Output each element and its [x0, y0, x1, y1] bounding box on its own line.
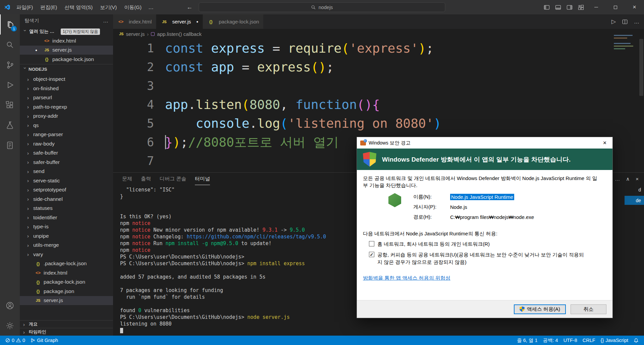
- minimap[interactable]: [614, 35, 635, 54]
- tree-folder[interactable]: safer-buffer: [20, 158, 113, 167]
- testing-icon[interactable]: [0, 115, 20, 135]
- split-editor-icon[interactable]: [622, 19, 628, 25]
- open-editors-header[interactable]: 열려 있는 편... 1(가) 저장되지 않음: [20, 27, 113, 36]
- tree-folder[interactable]: on-finished: [20, 84, 113, 93]
- search-view-icon[interactable]: [0, 35, 20, 55]
- panel-maximize-icon[interactable]: ∧: [626, 176, 630, 182]
- open-editor-item[interactable]: ● index.html: [20, 36, 113, 46]
- menu-item[interactable]: 편집(E): [37, 0, 61, 14]
- panel-more-icon[interactable]: …: [615, 176, 620, 182]
- tree-file[interactable]: .package-lock.json: [20, 259, 113, 269]
- tree-folder[interactable]: vary: [20, 250, 113, 259]
- sidebar-section[interactable]: 개요: [20, 320, 113, 328]
- firewall-risk-link[interactable]: 방화벽을 통한 앱 액세스 허용의 위험성: [363, 275, 450, 281]
- editor-tab[interactable]: server.js ●: [156, 14, 203, 29]
- command-center-search[interactable]: nodejs: [199, 2, 445, 12]
- checkbox[interactable]: [369, 252, 374, 257]
- tree-folder[interactable]: range-parser: [20, 130, 113, 139]
- code-line[interactable]: 5 console.log('listening on 8080'): [113, 114, 644, 133]
- encoding[interactable]: UTF-8: [561, 338, 580, 343]
- code-line[interactable]: 3: [113, 76, 644, 95]
- code-line[interactable]: 4app.listen(8080, function(){: [113, 95, 644, 114]
- tree-folder[interactable]: statuses: [20, 204, 113, 213]
- project-section-header[interactable]: NODEJS: [20, 64, 113, 73]
- open-editor-item[interactable]: ● server.js: [20, 46, 113, 55]
- menu-item[interactable]: 이동(G): [120, 0, 145, 14]
- menu-item[interactable]: 파일(F): [13, 0, 37, 14]
- explorer-icon[interactable]: 1: [0, 14, 20, 35]
- tree-folder[interactable]: setprototypeof: [20, 185, 113, 195]
- cursor-position[interactable]: 줄 6, 열 1: [514, 337, 540, 344]
- tree-folder[interactable]: side-channel: [20, 194, 113, 204]
- tree-file[interactable]: package-lock.json: [20, 278, 113, 287]
- panel-tab[interactable]: 출력: [141, 173, 151, 185]
- tree-folder[interactable]: path-to-regexp: [20, 102, 113, 112]
- tree-file[interactable]: index.html: [20, 268, 113, 278]
- tree-folder[interactable]: safe-buffer: [20, 149, 113, 158]
- menubar-more-icon[interactable]: …: [145, 4, 157, 10]
- sidebar-more-icon[interactable]: …: [103, 18, 108, 24]
- cancel-button[interactable]: 취소: [571, 304, 606, 314]
- panel-tab[interactable]: 디버그 콘솔: [160, 173, 186, 185]
- breadcrumb-file[interactable]: server.js: [126, 31, 145, 37]
- source-control-icon[interactable]: [0, 55, 20, 75]
- language-mode[interactable]: {} JavaScript: [598, 338, 631, 343]
- window-close-button[interactable]: ×: [625, 0, 644, 14]
- run-debug-icon[interactable]: [0, 75, 20, 95]
- settings-gear-icon[interactable]: [0, 315, 20, 336]
- notebook-icon[interactable]: [0, 135, 20, 155]
- menu-item[interactable]: 선택 영역(S): [61, 0, 96, 14]
- network-checkbox-row[interactable]: 공항, 커피숍 등의 공용 네트워크(U)(공용 네트워크는 보안 수준이 낮거…: [369, 251, 606, 266]
- editor-scrollbar[interactable]: [639, 39, 643, 96]
- code-line[interactable]: 2const app = express();: [113, 58, 644, 76]
- panel-tab[interactable]: 터미널: [195, 173, 210, 185]
- tree-folder[interactable]: qs: [20, 121, 113, 130]
- editor-tab[interactable]: package-lock.json ●: [203, 14, 264, 29]
- terminal-list-item[interactable]: d: [625, 185, 644, 194]
- panel-tab[interactable]: 문제: [122, 173, 132, 185]
- allow-access-button[interactable]: 액세스 허용(A): [514, 304, 566, 314]
- customize-layout-icon[interactable]: [578, 4, 584, 11]
- layout-panel-icon[interactable]: [555, 4, 561, 11]
- terminal-list-item[interactable]: de: [625, 196, 644, 205]
- git-graph-status[interactable]: Git Graph: [28, 336, 61, 345]
- sidebar-section[interactable]: 타임라인: [20, 328, 113, 336]
- tree-folder[interactable]: proxy-addr: [20, 112, 113, 121]
- symbol-icon: [151, 32, 155, 36]
- editor-tab[interactable]: index.html ●: [113, 14, 156, 29]
- breadcrumb-symbol[interactable]: app.listen() callback: [157, 31, 202, 37]
- layout-secondary-sidebar-icon[interactable]: [566, 4, 573, 11]
- extensions-icon[interactable]: [0, 95, 20, 115]
- network-checkbox-row[interactable]: 홈 네트워크, 회사 네트워크 등의 개인 네트워크(R): [369, 240, 606, 248]
- tree-folder[interactable]: raw-body: [20, 139, 113, 149]
- tree-file[interactable]: server.js: [20, 296, 113, 305]
- code-line[interactable]: 1const express = require('express');: [113, 39, 644, 58]
- layout-sidebar-icon[interactable]: [543, 4, 550, 11]
- maximize-button[interactable]: [606, 0, 625, 14]
- problems-status[interactable]: 0 0: [3, 336, 28, 345]
- run-code-icon[interactable]: ▷: [611, 18, 616, 25]
- tree-folder[interactable]: send: [20, 167, 113, 176]
- tree-folder[interactable]: parseurl: [20, 93, 113, 103]
- tree-folder[interactable]: toidentifier: [20, 213, 113, 222]
- indentation[interactable]: 공백: 4: [540, 337, 561, 344]
- tree-folder[interactable]: type-is: [20, 222, 113, 232]
- back-icon[interactable]: ←: [186, 4, 193, 11]
- panel-close-icon[interactable]: ×: [636, 176, 639, 182]
- breadcrumb[interactable]: JS server.js › app.listen() callback: [113, 29, 644, 39]
- network-checkboxes: 홈 네트워크, 회사 네트워크 등의 개인 네트워크(R) 공항, 커피숍 등의…: [363, 240, 606, 266]
- tree-file[interactable]: package.json: [20, 287, 113, 296]
- tree-folder[interactable]: object-inspect: [20, 75, 113, 84]
- eol-sequence[interactable]: CRLF: [580, 338, 598, 343]
- tree-folder[interactable]: unpipe: [20, 231, 113, 241]
- dialog-close-button[interactable]: ×: [597, 137, 612, 149]
- tree-folder[interactable]: utils-merge: [20, 241, 113, 250]
- checkbox[interactable]: [369, 241, 374, 246]
- tree-folder[interactable]: serve-static: [20, 176, 113, 185]
- account-icon[interactable]: [0, 295, 20, 315]
- editor-more-icon[interactable]: …: [634, 19, 639, 25]
- menu-item[interactable]: 보기(V): [96, 0, 120, 14]
- notifications-bell[interactable]: [631, 338, 641, 343]
- minimize-button[interactable]: [587, 0, 606, 14]
- open-editor-item[interactable]: ● package-lock.json: [20, 55, 113, 64]
